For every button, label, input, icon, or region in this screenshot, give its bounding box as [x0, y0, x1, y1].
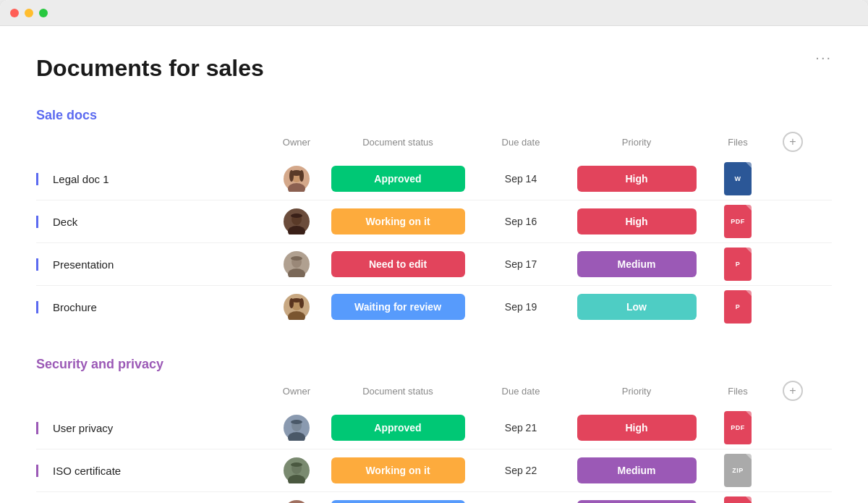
- row-name-cell: Legal doc 1: [36, 173, 268, 185]
- svg-point-28: [284, 500, 310, 503]
- file-cell[interactable]: PDF: [702, 205, 774, 238]
- section-title-sale-docs: Sale docs: [36, 108, 832, 123]
- priority-badge[interactable]: Medium: [577, 457, 697, 483]
- page-title: Documents for sales: [36, 55, 832, 82]
- doc-name: ISO certificate: [53, 465, 121, 477]
- due-date-cell: Sep 16: [470, 216, 571, 227]
- table-sale-docs: Legal doc 1ApprovedSep 14HighWDeckWorkin…: [36, 158, 832, 328]
- owner-cell: [268, 500, 326, 503]
- status-cell[interactable]: Need to edit: [326, 251, 470, 277]
- file-icon[interactable]: ZIP: [724, 454, 752, 487]
- minimize-dot[interactable]: [25, 9, 33, 17]
- priority-badge[interactable]: High: [577, 415, 697, 441]
- status-cell[interactable]: Waiting for review: [326, 294, 470, 320]
- file-cell[interactable]: P: [702, 248, 774, 281]
- owner-cell: [268, 166, 326, 192]
- priority-cell[interactable]: High: [571, 166, 702, 192]
- status-cell[interactable]: Working on it: [326, 208, 470, 234]
- sections-container: Sale docsOwnerDocument statusDue datePri…: [36, 108, 832, 503]
- due-date-cell: Sep 22: [470, 465, 571, 476]
- file-cell[interactable]: P: [702, 290, 774, 324]
- file-cell[interactable]: PDF: [702, 411, 774, 444]
- add-row-button-security-privacy[interactable]: +: [783, 381, 803, 401]
- doc-name: Brochure: [53, 301, 97, 313]
- due-date-cell: Sep 19: [470, 301, 571, 313]
- status-badge[interactable]: Approved: [331, 166, 465, 192]
- row-name-cell: Presentation: [36, 258, 268, 271]
- row-name-cell: ISO certificate: [36, 465, 268, 477]
- status-badge[interactable]: Need to edit: [331, 251, 465, 277]
- section-title-security-privacy: Security and privacy: [36, 357, 832, 372]
- priority-badge[interactable]: Medium: [577, 251, 697, 277]
- priority-cell[interactable]: Medium: [571, 251, 702, 277]
- row-name-cell: Brochure: [36, 301, 268, 313]
- priority-badge[interactable]: Low: [577, 294, 697, 320]
- owner-cell: [268, 251, 326, 277]
- row-name-cell: User privacy: [36, 422, 268, 434]
- priority-cell[interactable]: Medium: [571, 457, 702, 483]
- svg-point-5: [291, 170, 302, 176]
- table-row: ISO certificateWorking on itSep 22Medium…: [36, 449, 832, 492]
- priority-badge[interactable]: High: [577, 208, 697, 234]
- priority-badge[interactable]: Medium: [577, 500, 697, 503]
- file-cell[interactable]: W: [702, 162, 774, 195]
- priority-cell[interactable]: Low: [571, 294, 702, 320]
- table-security-privacy: User privacyApprovedSep 21HighPDFISO cer…: [36, 407, 832, 503]
- doc-name: Legal doc 1: [53, 173, 109, 185]
- doc-name: Deck: [53, 216, 77, 228]
- status-cell[interactable]: Working on it: [326, 457, 470, 483]
- doc-name: Presentation: [53, 258, 114, 271]
- priority-cell[interactable]: High: [571, 415, 702, 441]
- section-header-security-privacy: Security and privacy: [36, 357, 832, 372]
- file-icon[interactable]: W: [724, 162, 752, 195]
- table-row: Legal doc 1ApprovedSep 14HighW: [36, 158, 832, 200]
- status-badge[interactable]: Waiting for review: [331, 500, 465, 503]
- file-cell[interactable]: P: [702, 496, 774, 503]
- svg-point-23: [291, 420, 302, 424]
- avatar: [284, 457, 310, 483]
- col-headers-security-privacy: OwnerDocument statusDue datePriorityFile…: [36, 381, 832, 407]
- table-row: PresentationNeed to editSep 17MediumP: [36, 243, 832, 286]
- avatar: [284, 251, 310, 277]
- file-icon[interactable]: P: [724, 290, 752, 324]
- file-icon[interactable]: PDF: [724, 411, 752, 444]
- svg-point-13: [291, 256, 302, 261]
- avatar: [284, 415, 310, 441]
- status-cell[interactable]: Waiting for review: [326, 500, 470, 503]
- due-date-cell: Sep 21: [470, 422, 571, 434]
- due-date-cell: Sep 17: [470, 258, 571, 270]
- close-dot[interactable]: [10, 9, 19, 17]
- priority-cell[interactable]: High: [571, 208, 702, 234]
- table-row: Enterprise proposalWaiting for reviewSep…: [36, 492, 832, 503]
- svg-point-27: [291, 462, 302, 467]
- more-options-button[interactable]: ···: [815, 49, 832, 66]
- status-badge[interactable]: Approved: [331, 415, 465, 441]
- file-icon[interactable]: P: [724, 248, 752, 281]
- section-sale-docs: Sale docsOwnerDocument statusDue datePri…: [36, 108, 832, 328]
- maximize-dot[interactable]: [39, 9, 48, 17]
- status-badge[interactable]: Working on it: [331, 208, 465, 234]
- svg-point-19: [291, 298, 302, 303]
- svg-point-9: [291, 214, 302, 218]
- priority-cell[interactable]: Medium: [571, 500, 702, 503]
- col-headers-sale-docs: OwnerDocument statusDue datePriorityFile…: [36, 132, 832, 158]
- status-badge[interactable]: Working on it: [331, 457, 465, 483]
- file-cell[interactable]: ZIP: [702, 454, 774, 487]
- file-icon[interactable]: P: [724, 496, 752, 503]
- row-name-cell: Deck: [36, 216, 268, 228]
- owner-cell: [268, 457, 326, 483]
- owner-cell: [268, 294, 326, 320]
- status-cell[interactable]: Approved: [326, 415, 470, 441]
- file-icon[interactable]: PDF: [724, 205, 752, 238]
- main-content: Documents for sales ··· Sale docsOwnerDo…: [0, 26, 868, 503]
- status-cell[interactable]: Approved: [326, 166, 470, 192]
- section-header-sale-docs: Sale docs: [36, 108, 832, 123]
- table-row: User privacyApprovedSep 21HighPDF: [36, 407, 832, 449]
- titlebar: [0, 0, 868, 26]
- avatar: [284, 500, 310, 503]
- owner-cell: [268, 415, 326, 441]
- priority-badge[interactable]: High: [577, 166, 697, 192]
- add-row-button-sale-docs[interactable]: +: [783, 132, 803, 152]
- status-badge[interactable]: Waiting for review: [331, 294, 465, 320]
- section-security-privacy: Security and privacyOwnerDocument status…: [36, 357, 832, 503]
